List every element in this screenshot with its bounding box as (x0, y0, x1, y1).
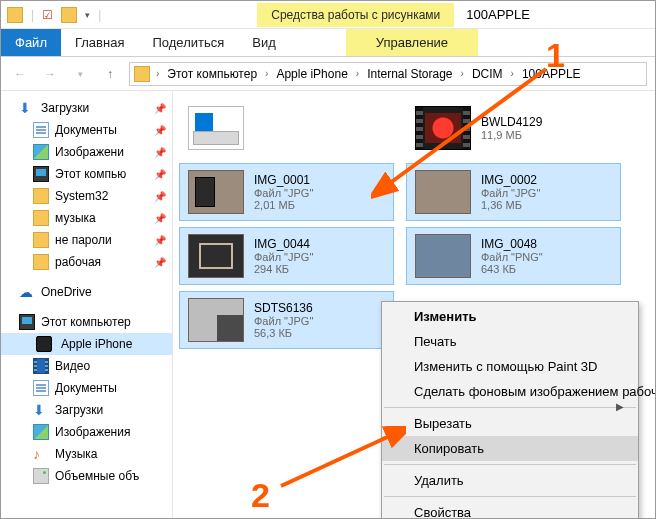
navigation-pane: ⬇ Загрузки 📌 Документы📌Изображени📌Этот к… (1, 91, 173, 518)
context-menu-separator (384, 407, 636, 408)
sidebar-item[interactable]: System32📌 (1, 185, 172, 207)
sidebar-item-onedrive[interactable]: ☁ OneDrive (1, 281, 172, 303)
file-item[interactable]: IMG_0001 Файл "JPG" 2,01 МБ (179, 163, 394, 221)
tab-manage[interactable]: Управление (346, 29, 478, 56)
sidebar-item-label: Этот компьютер (41, 315, 131, 329)
folder-icon (7, 7, 23, 23)
doc-icon (33, 380, 49, 396)
tab-home[interactable]: Главная (61, 29, 138, 56)
tab-file[interactable]: Файл (1, 29, 61, 56)
context-menu-item[interactable]: Сделать фоновым изображением рабочего ст… (382, 379, 638, 404)
file-size: 294 КБ (254, 263, 313, 275)
context-menu-label: Печать (414, 334, 457, 349)
file-size: 2,01 МБ (254, 199, 313, 211)
context-menu-item[interactable]: Печать (382, 329, 638, 354)
chevron-right-icon[interactable]: › (263, 68, 270, 79)
sidebar-item-label: не пароли (55, 233, 112, 247)
sidebar-item[interactable]: Документы (1, 377, 172, 399)
file-item[interactable]: IMG_0044 Файл "JPG" 294 КБ (179, 227, 394, 285)
sidebar-item-label: Загрузки (55, 403, 103, 417)
file-name: IMG_0044 (254, 237, 313, 251)
context-menu-label: Изменить (414, 309, 477, 324)
sidebar-item[interactable]: ♪Музыка (1, 443, 172, 465)
doc-icon (33, 122, 49, 138)
back-button[interactable]: ← (9, 63, 31, 85)
file-type: Файл "JPG" (254, 187, 313, 199)
sidebar-item[interactable]: Документы📌 (1, 119, 172, 141)
context-menu-label: Изменить с помощью Paint 3D (414, 359, 598, 374)
file-thumbnail (188, 106, 244, 150)
folder-icon (134, 66, 150, 82)
sidebar-item-label: Этот компью (55, 167, 126, 181)
divider: | (31, 8, 34, 22)
context-menu-item[interactable]: Вырезать (382, 411, 638, 436)
qat-dropdown-icon[interactable]: ▾ (85, 10, 90, 20)
context-menu-item[interactable]: Изменить с помощью Paint 3D (382, 354, 638, 379)
tab-view[interactable]: Вид (238, 29, 290, 56)
contextual-tab-label: Средства работы с рисунками (257, 3, 454, 27)
chevron-right-icon[interactable]: › (509, 68, 516, 79)
sidebar-item[interactable]: Apple iPhone (1, 333, 172, 355)
file-item[interactable]: IMG_0048 Файл "PNG" 643 КБ (406, 227, 621, 285)
sidebar-item-label: Изображени (55, 145, 124, 159)
breadcrumb-segment[interactable]: 100APPLE (520, 67, 583, 81)
up-button[interactable]: ↑ (99, 63, 121, 85)
img-icon (33, 144, 49, 160)
folder-icon (33, 232, 49, 248)
file-meta: IMG_0048 Файл "PNG" 643 КБ (481, 237, 543, 275)
pin-icon: 📌 (154, 235, 166, 246)
file-name: IMG_0002 (481, 173, 540, 187)
chevron-right-icon[interactable]: › (459, 68, 466, 79)
breadcrumb-segment[interactable]: Internal Storage (365, 67, 454, 81)
context-menu-label: Вырезать (414, 416, 472, 431)
sidebar-item-this-pc[interactable]: Этот компьютер (1, 311, 172, 333)
file-thumbnail (188, 234, 244, 278)
context-menu-item[interactable]: Удалить (382, 468, 638, 493)
sidebar-item-downloads[interactable]: ⬇ Загрузки 📌 (1, 97, 172, 119)
context-menu-label: Свойства (414, 505, 471, 519)
context-menu-separator (384, 464, 636, 465)
breadcrumb-segment[interactable]: Этот компьютер (165, 67, 259, 81)
chevron-right-icon[interactable]: › (354, 68, 361, 79)
folder-icon (33, 254, 49, 270)
sidebar-item[interactable]: музыка📌 (1, 207, 172, 229)
sidebar-item[interactable]: ⬇Загрузки (1, 399, 172, 421)
sidebar-item-label: Документы (55, 381, 117, 395)
file-size: 11,9 МБ (481, 129, 542, 141)
sidebar-item-label: Музыка (55, 447, 97, 461)
sidebar-item[interactable]: Изображени📌 (1, 141, 172, 163)
file-meta: IMG_0044 Файл "JPG" 294 КБ (254, 237, 313, 275)
breadcrumb[interactable]: › Этот компьютер › Apple iPhone › Intern… (129, 62, 647, 86)
pc-icon (19, 314, 35, 330)
file-type: Файл "PNG" (481, 251, 543, 263)
checkbox-icon[interactable]: ☑ (42, 8, 53, 22)
file-item[interactable]: IMG_0002 Файл "JPG" 1,36 МБ (406, 163, 621, 221)
folder-icon (61, 7, 77, 23)
context-menu-item[interactable]: Свойства (382, 500, 638, 519)
forward-button[interactable]: → (39, 63, 61, 85)
divider: | (98, 8, 101, 22)
sidebar-item[interactable]: Изображения (1, 421, 172, 443)
download-icon: ⬇ (33, 402, 49, 418)
file-item[interactable]: SDTS6136 Файл "JPG" 56,3 КБ (179, 291, 394, 349)
sidebar-item[interactable]: Объемные объ (1, 465, 172, 487)
sidebar-item[interactable]: не пароли📌 (1, 229, 172, 251)
sidebar-item[interactable]: Этот компью📌 (1, 163, 172, 185)
file-name: IMG_0048 (481, 237, 543, 251)
context-menu-item[interactable]: Изменить (382, 304, 638, 329)
tab-share[interactable]: Поделиться (138, 29, 238, 56)
sidebar-item-label: Видео (55, 359, 90, 373)
file-name: BWLD4129 (481, 115, 542, 129)
chevron-right-icon[interactable]: › (154, 68, 161, 79)
file-item[interactable]: BWLD4129 11,9 МБ (406, 99, 621, 157)
sidebar-item[interactable]: рабочая📌 (1, 251, 172, 273)
pin-icon: 📌 (154, 213, 166, 224)
file-name: IMG_0001 (254, 173, 313, 187)
sidebar-item[interactable]: Видео (1, 355, 172, 377)
file-item[interactable] (179, 99, 394, 157)
recent-dropdown-icon[interactable]: ▾ (69, 63, 91, 85)
breadcrumb-segment[interactable]: DCIM (470, 67, 505, 81)
context-menu-item[interactable]: Копировать (382, 436, 638, 461)
breadcrumb-segment[interactable]: Apple iPhone (274, 67, 349, 81)
video-icon (33, 358, 49, 374)
